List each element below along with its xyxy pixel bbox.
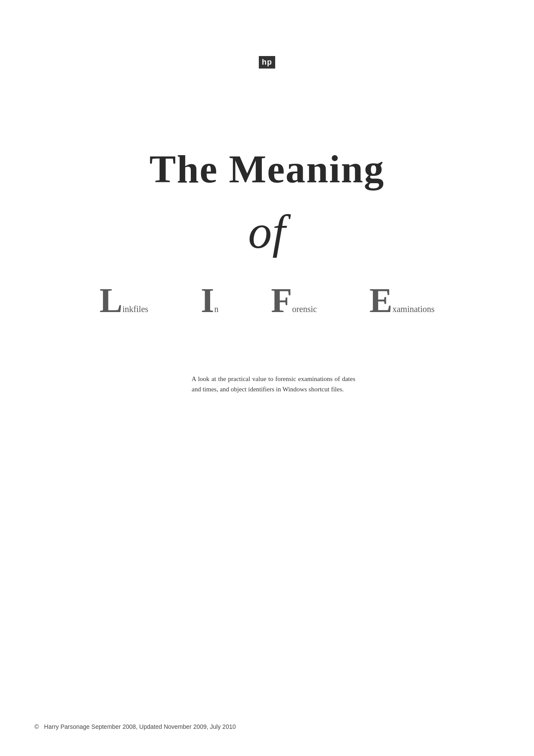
acronym-word-in: I n	[201, 283, 218, 318]
footer: © Harry Parsonage September 2008, Update…	[34, 723, 236, 730]
acronym-big-I: I	[201, 283, 214, 318]
acronym-word-examinations: E xaminations	[369, 283, 435, 318]
description-wrapper: A look at the practical value to forensi…	[0, 374, 534, 394]
acronym-section: L inkfiles I n F orensic E xaminations	[73, 283, 461, 318]
description-text: A look at the practical value to forensi…	[192, 374, 355, 394]
acronym-big-L: L	[99, 283, 122, 318]
acronym-big-E: E	[369, 283, 392, 318]
footer-copyright-symbol: ©	[34, 723, 39, 730]
acronym-rest-xaminations: xaminations	[392, 304, 435, 314]
hp-logo: hp	[259, 56, 275, 69]
title-line2: of	[248, 205, 286, 259]
description-block: A look at the practical value to forensi…	[192, 374, 355, 394]
acronym-rest-orensic: orensic	[292, 304, 317, 314]
footer-copyright-text: Harry Parsonage September 2008, Updated …	[44, 723, 236, 730]
acronym-word-forensic: F orensic	[271, 283, 317, 318]
title-line1: The Meaning	[149, 146, 385, 192]
acronym-rest-inkfiles: inkfiles	[122, 304, 148, 314]
acronym-rest-n: n	[214, 304, 218, 314]
page: hp The Meaning of L inkfiles I n F orens…	[0, 0, 534, 756]
acronym-word-linkfiles: L inkfiles	[99, 283, 148, 318]
acronym-big-F: F	[271, 283, 292, 318]
